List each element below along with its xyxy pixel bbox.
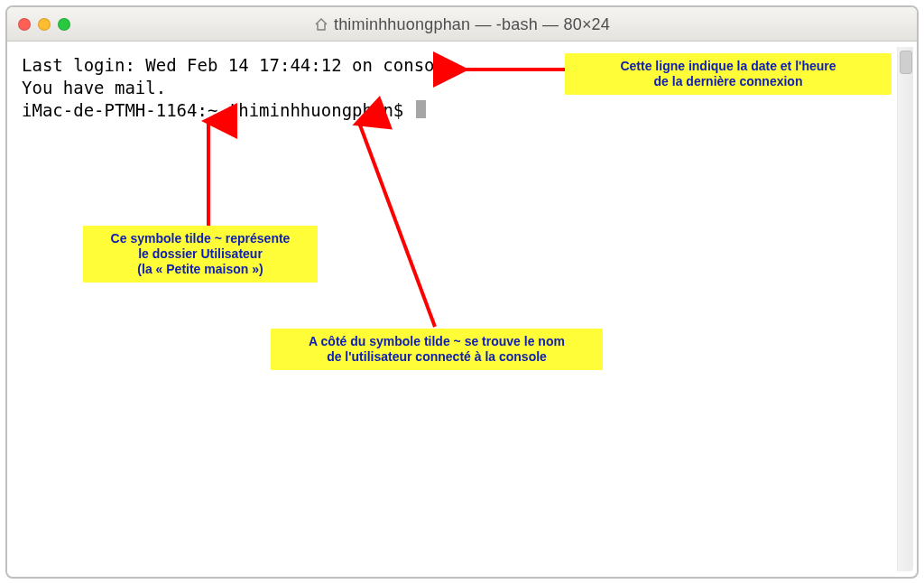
annotation-text: de l'utilisateur connecté à la console bbox=[327, 349, 547, 364]
titlebar[interactable]: thiminhhuongphan — -bash — 80×24 bbox=[7, 7, 917, 42]
minimize-icon[interactable] bbox=[38, 18, 51, 31]
window-title-text: thiminhhuongphan — -bash — 80×24 bbox=[334, 15, 610, 34]
annotation-tilde: Ce symbole tilde ~ représente le dossier… bbox=[83, 226, 318, 283]
mail-line: You have mail. bbox=[22, 78, 166, 97]
annotation-text: le dossier Utilisateur bbox=[138, 246, 263, 261]
annotation-datetime: Cette ligne indique la date et l'heure d… bbox=[565, 53, 892, 95]
annotation-username: A côté du symbole tilde ~ se trouve le n… bbox=[271, 329, 603, 370]
terminal-content[interactable]: Last login: Wed Feb 14 17:44:12 on conso… bbox=[13, 47, 893, 571]
cursor bbox=[416, 100, 426, 118]
scrollbar[interactable] bbox=[897, 47, 913, 571]
window-title: thiminhhuongphan — -bash — 80×24 bbox=[7, 7, 917, 42]
annotation-text: A côté du symbole tilde ~ se trouve le n… bbox=[309, 334, 565, 348]
annotation-text: Cette ligne indique la date et l'heure bbox=[620, 59, 836, 73]
annotation-text: (la « Petite maison ») bbox=[137, 262, 263, 276]
scroll-thumb[interactable] bbox=[900, 51, 912, 74]
prompt-tilde: ~ bbox=[208, 100, 217, 120]
annotation-text: Ce symbole tilde ~ représente bbox=[111, 231, 291, 246]
home-icon bbox=[314, 17, 328, 32]
terminal-window: thiminhhuongphan — -bash — 80×24 Last lo… bbox=[5, 5, 919, 579]
last-login-line: Last login: Wed Feb 14 17:44:12 on conso… bbox=[22, 55, 455, 75]
close-icon[interactable] bbox=[18, 18, 31, 31]
zoom-icon[interactable] bbox=[58, 18, 70, 31]
prompt-user: thiminhhuongphan$ bbox=[217, 100, 413, 120]
prompt-host: iMac-de-PTMH-1164: bbox=[22, 100, 208, 120]
traffic-lights bbox=[18, 18, 70, 31]
annotation-text: de la dernière connexion bbox=[654, 74, 803, 88]
